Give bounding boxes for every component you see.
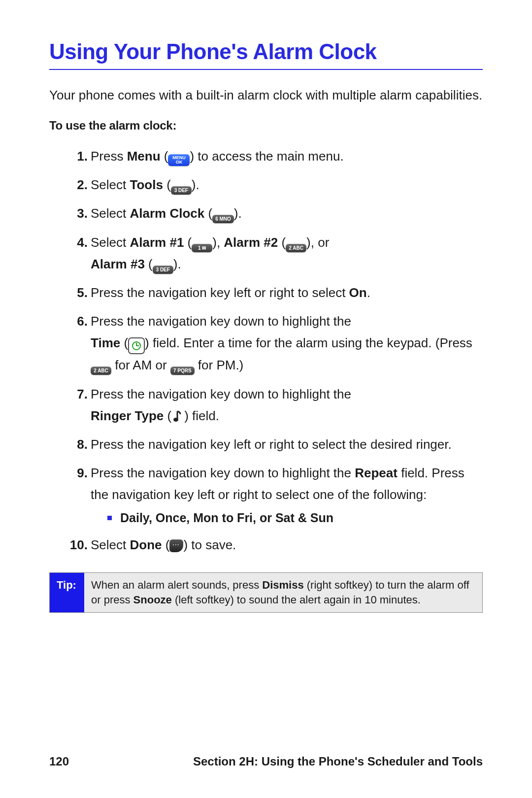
label-tools: Tools xyxy=(130,177,163,192)
text: Press the navigation key down to highlig… xyxy=(91,387,351,401)
sep-or: , or xyxy=(253,511,275,525)
sep: , xyxy=(149,511,156,525)
tip-box: Tip: When an alarm alert sounds, press D… xyxy=(49,572,483,612)
text: Select xyxy=(91,206,130,221)
label-alarm-2: Alarm #2 xyxy=(224,235,278,250)
label-ringer-type: Ringer Type xyxy=(91,408,164,423)
label-time: Time xyxy=(91,335,120,350)
text: for PM.) xyxy=(195,358,244,372)
text: ( xyxy=(184,235,192,250)
label-on: On xyxy=(349,285,367,300)
step-9: Press the navigation key down to highlig… xyxy=(69,462,483,527)
text: ( xyxy=(162,537,170,552)
repeat-options-item: Daily, Once, Mon to Fri, or Sat & Sun xyxy=(120,509,483,528)
text: Select xyxy=(91,235,130,250)
key-3-icon: 3 DEF xyxy=(153,266,173,274)
label-alarm-3: Alarm #3 xyxy=(91,257,145,271)
instructions-subhead: To use the alarm clock: xyxy=(49,119,483,133)
step-4: Select Alarm #1 (1 ✉), Alarm #2 (2 ABC),… xyxy=(69,232,483,275)
text: ). xyxy=(173,257,181,271)
sep: , xyxy=(186,511,193,525)
key-3-icon: 3 DEF xyxy=(171,186,192,195)
label-alarm-clock: Alarm Clock xyxy=(130,206,205,221)
manual-page: Using Your Phone's Alarm Clock Your phon… xyxy=(0,0,532,798)
opt-mon-fri: Mon to Fri xyxy=(193,511,253,525)
key-6-icon: 6 MNO xyxy=(212,215,234,223)
page-title: Using Your Phone's Alarm Clock xyxy=(49,39,483,70)
label-dismiss: Dismiss xyxy=(262,579,303,591)
svg-point-3 xyxy=(173,418,178,422)
text: Select xyxy=(91,537,130,552)
text: ) to save. xyxy=(183,537,236,552)
text: ), xyxy=(212,235,224,250)
label-menu: Menu xyxy=(127,149,161,164)
page-footer: 120 Section 2H: Using the Phone's Schedu… xyxy=(49,755,483,768)
tip-label: Tip: xyxy=(50,573,84,612)
key-7-icon: 7 PQRS xyxy=(170,366,195,375)
text: ( xyxy=(163,177,171,192)
repeat-options: Daily, Once, Mon to Fri, or Sat & Sun xyxy=(91,509,483,528)
tip-body: When an alarm alert sounds, press Dismis… xyxy=(84,573,482,612)
text: for AM or xyxy=(111,358,170,372)
step-1: Press Menu (MENUOK) to access the main m… xyxy=(69,145,483,167)
opt-once: Once xyxy=(156,511,187,525)
label-snooze: Snooze xyxy=(133,594,172,606)
step-7: Press the navigation key down to highlig… xyxy=(69,383,483,427)
step-8: Press the navigation key left or right t… xyxy=(69,433,483,455)
text: ). xyxy=(234,206,242,221)
text: Press the navigation key down to highlig… xyxy=(91,466,355,480)
text: ) field. Enter a time for the alarm usin… xyxy=(145,335,472,350)
text: ). xyxy=(192,177,200,192)
text: ) to access the main menu. xyxy=(190,149,343,164)
text: ( xyxy=(278,235,286,250)
intro-paragraph: Your phone comes with a built-in alarm c… xyxy=(49,87,483,104)
text: ) field. xyxy=(184,408,219,423)
text: (left softkey) to sound the alert again … xyxy=(172,594,421,606)
text: ( xyxy=(204,206,212,221)
section-title: Section 2H: Using the Phone's Scheduler … xyxy=(193,755,483,768)
key-1-icon: 1 ✉ xyxy=(192,244,212,252)
step-2: Select Tools (3 DEF). xyxy=(69,174,483,196)
left-softkey-icon xyxy=(169,539,183,552)
text: Press the navigation key left or right t… xyxy=(91,437,452,452)
menu-ok-key-icon: MENUOK xyxy=(168,154,190,166)
steps-list: Press Menu (MENUOK) to access the main m… xyxy=(49,145,483,556)
step-6: Press the navigation key down to highlig… xyxy=(69,310,483,376)
opt-sat-sun: Sat & Sun xyxy=(275,511,333,525)
opt-daily: Daily xyxy=(120,511,149,525)
text: Press the navigation key left or right t… xyxy=(91,285,349,300)
key-2-icon: 2 ABC xyxy=(91,366,111,375)
page-number: 120 xyxy=(49,755,69,768)
text: ( xyxy=(145,257,153,271)
clock-icon xyxy=(128,337,145,354)
text: ( xyxy=(161,149,168,164)
text: Select xyxy=(91,177,130,192)
text: Press the navigation key down to highlig… xyxy=(91,314,351,329)
text: When an alarm alert sounds, press xyxy=(91,579,262,591)
text: Press xyxy=(91,149,127,164)
key-2-icon: 2 ABC xyxy=(286,244,306,252)
text: ), or xyxy=(306,235,329,250)
text: . xyxy=(367,285,370,300)
label-alarm-1: Alarm #1 xyxy=(130,235,184,250)
step-5: Press the navigation key left or right t… xyxy=(69,282,483,303)
label-repeat: Repeat xyxy=(355,466,398,480)
step-3: Select Alarm Clock (6 MNO). xyxy=(69,202,483,224)
step-10: Select Done () to save. xyxy=(69,534,483,556)
music-note-icon xyxy=(171,409,184,424)
text: ( xyxy=(164,408,171,423)
label-done: Done xyxy=(130,537,162,552)
text: ( xyxy=(120,335,128,350)
